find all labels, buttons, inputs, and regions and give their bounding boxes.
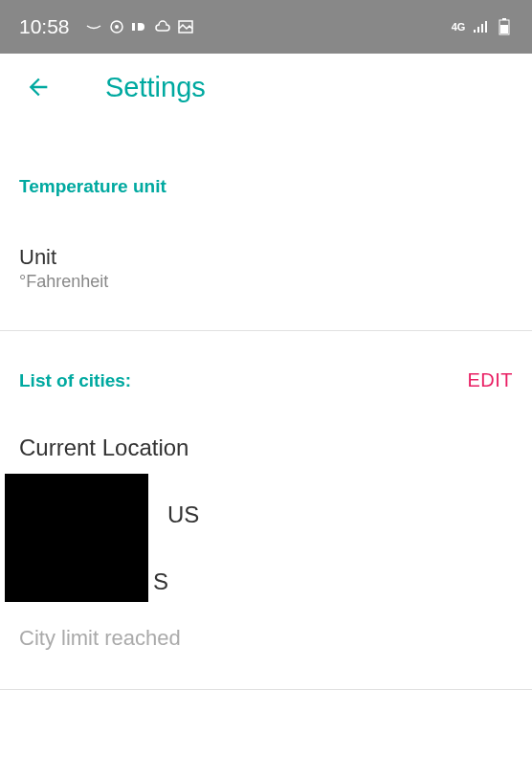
unit-setting-item[interactable]: Unit °Fahrenheit [19, 245, 513, 292]
svg-rect-4 [474, 30, 476, 33]
signal-icon [473, 18, 490, 35]
svg-rect-5 [477, 27, 479, 33]
redacted-block [5, 474, 148, 602]
city-suffix: S [153, 568, 168, 595]
id-icon [131, 18, 148, 35]
svg-rect-7 [485, 21, 487, 33]
divider [0, 330, 532, 331]
svg-rect-6 [481, 24, 483, 33]
city-limit-message: City limit reached [19, 626, 513, 651]
back-button[interactable] [19, 68, 57, 106]
swoosh-icon [85, 18, 102, 35]
edit-button[interactable]: EDIT [467, 369, 513, 391]
city-suffix: US [167, 501, 199, 528]
sync-icon [108, 18, 125, 35]
svg-rect-2 [132, 23, 135, 31]
status-left: 10:58 [19, 15, 194, 38]
temperature-section-header: Temperature unit [19, 176, 513, 197]
status-right: 4G [450, 18, 513, 35]
svg-point-1 [115, 25, 119, 29]
status-icons-left [85, 18, 194, 35]
cloud-icon [154, 18, 171, 35]
cities-header-row: List of cities: EDIT [19, 369, 513, 391]
cities-section-header: List of cities: [19, 370, 131, 391]
status-time: 10:58 [19, 15, 70, 38]
status-bar: 10:58 4G [0, 0, 532, 54]
battery-icon [496, 18, 513, 35]
network-4g-icon: 4G [450, 18, 467, 35]
unit-value: °Fahrenheit [19, 272, 513, 292]
page-title: Settings [105, 72, 206, 103]
image-icon [177, 18, 194, 35]
svg-rect-10 [500, 25, 508, 33]
temperature-unit-section: Temperature unit Unit °Fahrenheit [0, 176, 532, 292]
app-bar: Settings [0, 54, 532, 121]
current-location-item[interactable]: Current Location [19, 434, 513, 461]
unit-label: Unit [19, 245, 513, 270]
content: Temperature unit Unit °Fahrenheit List o… [0, 176, 532, 690]
divider [0, 689, 532, 690]
arrow-left-icon [25, 74, 52, 100]
